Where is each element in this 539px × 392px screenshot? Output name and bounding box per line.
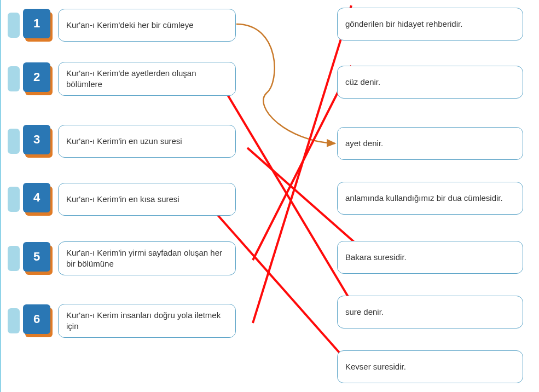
prompt-box: Kur'an-ı Kerim insanları doğru yola ilet… <box>58 304 236 338</box>
answer-box-7[interactable]: Kevser suresidir. <box>337 350 523 383</box>
answer-box-5[interactable]: Bakara suresidir. <box>337 241 523 274</box>
answer-text: cüz denir. <box>345 77 380 88</box>
answer-text: sure denir. <box>345 307 384 318</box>
match-line <box>209 205 357 372</box>
prompt-box: Kur'an-ı Kerim'in en kısa suresi <box>58 183 236 216</box>
prompt-text: Kur'an-ı Kerim'in yirmi sayfadan oluşan … <box>66 247 228 270</box>
drag-handle[interactable] <box>8 187 20 212</box>
badge-number: 6 <box>33 312 40 326</box>
prompt-text: Kur'an-ı Kerim'de ayetlerden oluşan bölü… <box>66 68 228 90</box>
badge-number: 5 <box>33 250 40 264</box>
answer-box-3[interactable]: ayet denir. <box>337 127 523 160</box>
prompt-text: Kur'an-ı Kerim'in en kısa suresi <box>66 194 179 205</box>
match-line <box>253 66 351 260</box>
number-badge: 3 <box>23 125 53 158</box>
match-line <box>253 5 351 323</box>
answer-box-2[interactable]: cüz denir. <box>337 66 523 99</box>
drag-handle[interactable] <box>8 129 20 154</box>
example-curve <box>236 24 335 143</box>
drag-handle[interactable] <box>8 308 20 333</box>
answer-text: gönderilen bir hidayet rehberidir. <box>345 19 462 30</box>
badge-number: 4 <box>33 191 40 205</box>
answer-text: anlamında kullandığımız bir dua cümlesid… <box>345 193 503 204</box>
left-item-1[interactable]: 1 Kur'an-ı Kerim'deki her bir cümleye <box>8 8 236 43</box>
answer-text: Bakara suresidir. <box>345 252 407 263</box>
prompt-text: Kur'an-ı Kerim insanları doğru yola ilet… <box>66 310 228 332</box>
prompt-box: Kur'an-ı Kerim'in en uzun suresi <box>58 125 236 158</box>
badge-number: 3 <box>33 132 40 147</box>
badge-number: 1 <box>33 16 40 31</box>
answer-text: Kevser suresidir. <box>345 361 406 372</box>
answer-box-6[interactable]: sure denir. <box>337 296 523 328</box>
left-item-5[interactable]: 5 Kur'an-ı Kerim'in yirmi sayfadan oluşa… <box>8 241 236 276</box>
number-badge: 5 <box>23 242 53 275</box>
prompt-box: Kur'an-ı Kerim'deki her bir cümleye <box>58 9 236 42</box>
drag-handle[interactable] <box>8 246 20 271</box>
prompt-box: Kur'an-ı Kerim'de ayetlerden oluşan bölü… <box>58 62 236 96</box>
number-badge: 1 <box>23 9 53 42</box>
answer-box-4[interactable]: anlamında kullandığımız bir dua cümlesid… <box>337 182 523 215</box>
prompt-box: Kur'an-ı Kerim'in yirmi sayfadan oluşan … <box>58 241 236 276</box>
left-item-3[interactable]: 3 Kur'an-ı Kerim'in en uzun suresi <box>8 124 236 159</box>
number-badge: 6 <box>23 304 53 337</box>
badge-number: 2 <box>33 70 40 84</box>
answer-text: ayet denir. <box>345 138 383 149</box>
drag-handle[interactable] <box>8 66 20 91</box>
matching-exercise: 1 Kur'an-ı Kerim'deki her bir cümleye 2 … <box>0 0 539 392</box>
match-line <box>220 82 354 307</box>
prompt-text: Kur'an-ı Kerim'in en uzun suresi <box>66 136 182 147</box>
left-item-4[interactable]: 4 Kur'an-ı Kerim'in en kısa suresi <box>8 182 236 217</box>
prompt-text: Kur'an-ı Kerim'deki her bir cümleye <box>66 20 193 31</box>
drag-handle[interactable] <box>8 13 20 38</box>
answer-box-1[interactable]: gönderilen bir hidayet rehberidir. <box>337 8 523 41</box>
number-badge: 2 <box>23 62 53 95</box>
number-badge: 4 <box>23 183 53 216</box>
left-item-6[interactable]: 6 Kur'an-ı Kerim insanları doğru yola il… <box>8 303 236 338</box>
left-item-2[interactable]: 2 Kur'an-ı Kerim'de ayetlerden oluşan bö… <box>8 61 236 96</box>
